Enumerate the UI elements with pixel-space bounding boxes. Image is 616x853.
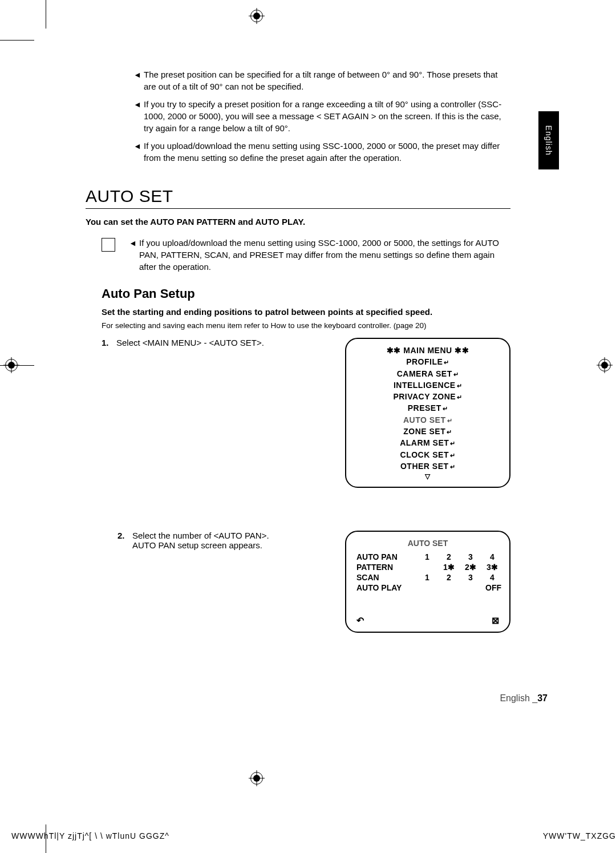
osd-val: OFF (485, 583, 499, 592)
page-number: 37 (537, 693, 548, 703)
subsection-intro: Set the starting and ending positions to… (102, 307, 510, 317)
note-text: If you upload/download the menu setting … (139, 237, 510, 273)
note-icon (102, 238, 115, 252)
gutter-text-left: WWWWhTl|Y zjjTj^[ \ \ wTlunU GGGZ^ (11, 831, 169, 840)
language-tab: English (538, 111, 559, 169)
osd-title: ✱✱ MAIN MENU ✱✱ (354, 345, 501, 356)
osd-item: PRESET (354, 402, 501, 414)
osd-item: PRIVACY ZONE (354, 391, 501, 402)
osd-item: PROFILE (354, 356, 501, 367)
triangle-left-icon: ◄ (129, 237, 139, 273)
note-text: If you upload/download the menu setting … (144, 140, 510, 164)
triangle-left-icon: ◄ (133, 68, 144, 92)
osd-val: 4 (485, 573, 499, 582)
step-text: Select <MAIN MENU> - <AUTO SET>. (116, 338, 334, 347)
triangle-left-icon: ◄ (133, 98, 144, 134)
step-2: 2. Select the number of <AUTO PAN>. AUTO… (86, 531, 510, 633)
osd-item-selected: AUTO SET (354, 414, 501, 426)
osd-main-menu: ✱✱ MAIN MENU ✱✱ PROFILE CAMERA SET INTEL… (345, 338, 510, 488)
crop-mark (0, 40, 34, 41)
note-item: ◄ If you upload/download the menu settin… (133, 140, 510, 164)
osd-val: 1✱ (442, 563, 456, 572)
note-item: ◄ If you try to specify a preset positio… (133, 98, 510, 134)
osd-val (420, 583, 434, 592)
subsection-title: Auto Pan Setup (102, 286, 510, 301)
back-icon: ↶ (356, 615, 364, 626)
note-text: If you try to specify a preset position … (144, 98, 510, 134)
step-1: 1. Select <MAIN MENU> - <AUTO SET>. ✱✱ M… (102, 338, 510, 502)
osd-row: AUTO PLAY OFF (356, 583, 499, 592)
page-footer: English _37 (500, 693, 548, 704)
note-text: The preset position can be specified for… (144, 68, 510, 92)
osd-row-label: AUTO PLAY (356, 583, 408, 592)
osd-row-label: SCAN (356, 573, 408, 582)
osd-row: SCAN 1234 (356, 573, 499, 582)
gutter-text-right: YWW'TW_TXZGG (543, 831, 616, 840)
osd-table-title: AUTO SET (356, 539, 499, 548)
section-intro: You can set the AUTO PAN PATTERN and AUT… (86, 217, 510, 227)
osd-val: 3 (464, 552, 477, 561)
registration-mark-icon (249, 8, 265, 24)
osd-row-label: AUTO PAN (356, 552, 408, 561)
osd-val: 2✱ (464, 563, 477, 572)
osd-item: INTELLIGENCE (354, 379, 501, 391)
footer-lang: English _ (500, 693, 537, 703)
osd-auto-set: AUTO SET AUTO PAN 1234 PATTERN 1✱2✱3✱ SC… (345, 531, 510, 633)
osd-val: 2 (442, 552, 456, 561)
close-icon: ⊠ (492, 615, 499, 626)
step-text: Select the number of <AUTO PAN>. (132, 531, 269, 540)
osd-row-label: PATTERN (356, 563, 408, 572)
osd-val: 4 (485, 552, 499, 561)
osd-item: ALARM SET (354, 437, 501, 448)
osd-item: CAMERA SET (354, 368, 501, 379)
step-text: AUTO PAN setup screen appears. (132, 540, 269, 550)
osd-val: 2 (442, 573, 456, 582)
osd-val (442, 583, 456, 592)
osd-val: 3 (464, 573, 477, 582)
osd-item: OTHER SET (354, 460, 501, 472)
crop-mark (46, 0, 46, 29)
osd-down-arrow-icon: ▽ (354, 472, 501, 482)
registration-mark-icon (3, 357, 19, 373)
osd-item: CLOCK SET (354, 449, 501, 460)
step-number: 2. (117, 531, 132, 550)
osd-row: AUTO PAN 1234 (356, 552, 499, 561)
osd-val (464, 583, 477, 592)
osd-val: 3✱ (485, 563, 499, 572)
registration-mark-icon (249, 770, 265, 786)
section-title: AUTO SET (86, 187, 510, 209)
osd-item: ZONE SET (354, 426, 501, 437)
osd-val: 1 (420, 573, 434, 582)
page-content: ◄ The preset position can be specified f… (86, 68, 510, 511)
subsection-ref: For selecting and saving each menu item … (102, 321, 510, 330)
osd-row: PATTERN 1✱2✱3✱ (356, 563, 499, 572)
step-number: 1. (102, 338, 116, 347)
osd-val (420, 563, 434, 572)
osd-val: 1 (420, 552, 434, 561)
note-item: ◄ The preset position can be specified f… (133, 68, 510, 92)
triangle-left-icon: ◄ (133, 140, 144, 164)
note-block: ◄ If you upload/download the menu settin… (102, 237, 510, 273)
registration-mark-icon (597, 357, 613, 373)
